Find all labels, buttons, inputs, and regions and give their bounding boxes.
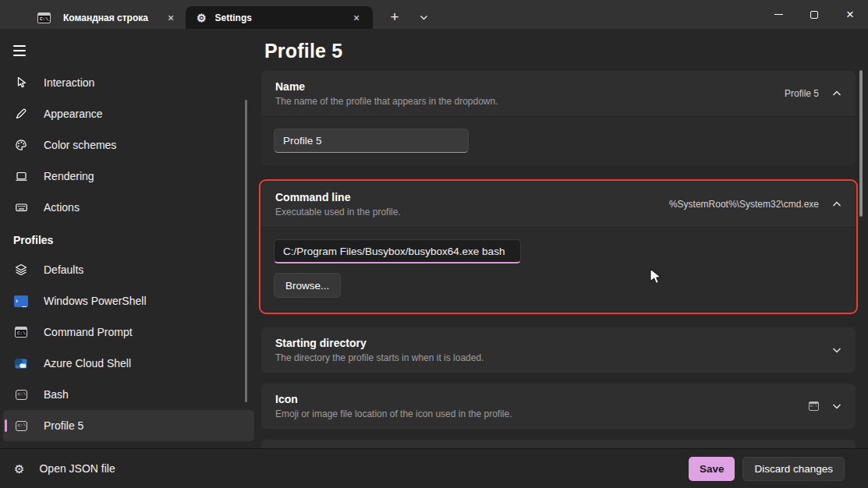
window-controls: ×: [760, 0, 868, 29]
tab-command-prompt[interactable]: C:\_ Командная строка ×: [9, 6, 186, 29]
setting-description: Emoji or image file location of the icon…: [275, 408, 809, 419]
tab-title-setting-card: Tab title: [261, 440, 856, 448]
selected-indicator: [5, 419, 7, 432]
page-title: Profile 5: [264, 40, 856, 62]
name-setting-card: Name The name of the profile that appear…: [261, 71, 856, 165]
command-line-expander-header[interactable]: Command line Executable used in the prof…: [261, 182, 856, 227]
sidebar-item-label: Color schemes: [44, 139, 116, 151]
tab-label: Settings: [215, 12, 348, 23]
command-line-input[interactable]: [274, 239, 521, 263]
name-expander-body: [261, 116, 856, 165]
icon-setting-card: Icon Emoji or image file location of the…: [261, 384, 856, 429]
cmd-window-icon: C:\_: [13, 327, 29, 338]
sidebar-item-label: Defaults: [44, 263, 83, 276]
setting-title: Name: [275, 80, 785, 93]
hamburger-menu-button[interactable]: [9, 37, 41, 64]
save-button[interactable]: Save: [689, 457, 735, 481]
interaction-cursor-icon: [13, 76, 29, 89]
sidebar-item-appearance[interactable]: Appearance: [3, 98, 254, 129]
setting-title: Icon: [275, 393, 809, 405]
setting-description: The name of the profile that appears in …: [275, 96, 785, 107]
cmd-window-icon: C:\_: [37, 12, 51, 23]
monitor-icon: [13, 170, 29, 182]
minimize-icon: [774, 14, 783, 15]
layers-icon: [13, 263, 29, 276]
sidebar-item-bash[interactable]: c:\ Bash: [3, 379, 254, 410]
tab-strip: C:\_ Командная строка × ⚙ Settings × +: [0, 0, 434, 29]
sidebar-item-label: Profile 5: [44, 419, 83, 432]
setting-current-value: Profile 5: [785, 88, 819, 99]
setting-current-value: %SystemRoot%\System32\cmd.exe: [669, 199, 819, 210]
sidebar-item-color-schemes[interactable]: Color schemes: [3, 129, 254, 161]
sidebar-item-label: Interaction: [44, 76, 94, 89]
chevron-up-icon: [832, 90, 841, 97]
sidebar-item-label: Windows PowerShell: [44, 295, 147, 307]
browse-button[interactable]: Browse...: [274, 273, 341, 298]
maximize-icon: [810, 11, 818, 19]
setting-description: The directory the profile starts in when…: [275, 352, 832, 363]
chevron-down-icon: [832, 403, 841, 409]
sidebar-item-rendering[interactable]: Rendering: [3, 161, 254, 192]
sidebar-item-label: Actions: [44, 201, 80, 214]
tab-close-icon[interactable]: ×: [348, 9, 365, 27]
profiles-section-header: Profiles: [13, 229, 257, 251]
open-json-file-label: Open JSON file: [39, 462, 115, 475]
tab-dropdown-button[interactable]: [413, 6, 434, 28]
setting-title: Starting directory: [275, 337, 832, 349]
windows-terminal-settings-window: { "titlebar": { "tabs": [ { "label": "Ко…: [0, 0, 868, 488]
sidebar-scrollbar[interactable]: [245, 100, 247, 402]
name-expander-header[interactable]: Name The name of the profile that appear…: [261, 71, 856, 116]
gear-icon: ⚙: [14, 463, 24, 475]
terminal-window-icon: c:\: [13, 390, 29, 400]
sidebar-item-label: Rendering: [44, 170, 94, 182]
open-json-file-button[interactable]: ⚙ Open JSON file: [9, 458, 120, 479]
command-line-setting-card: Command line Executable used in the prof…: [261, 182, 856, 312]
starting-directory-expander-header[interactable]: Starting directory The directory the pro…: [261, 327, 856, 373]
tab-label: Командная строка: [63, 12, 162, 23]
maximize-button[interactable]: [796, 0, 832, 29]
tab-close-icon[interactable]: ×: [162, 9, 179, 27]
starting-directory-setting-card: Starting directory The directory the pro…: [261, 327, 856, 373]
hamburger-icon: [13, 45, 26, 47]
palette-icon: [13, 139, 29, 151]
chevron-up-icon: [832, 201, 841, 207]
settings-nav-sidebar: Interaction Appearance Color schemes Ren…: [0, 29, 257, 448]
sidebar-item-azure-cloud-shell[interactable]: Azure Cloud Shell: [3, 348, 254, 379]
sidebar-item-label: Bash: [44, 388, 69, 401]
sidebar-item-label: Command Prompt: [44, 326, 133, 338]
new-tab-button[interactable]: +: [383, 6, 406, 28]
sidebar-item-label: Appearance: [44, 108, 103, 120]
tab-title-expander-header[interactable]: Tab title: [261, 440, 856, 448]
sidebar-item-command-prompt[interactable]: C:\_ Command Prompt: [3, 316, 254, 348]
footer-bar: ⚙ Open JSON file Save Discard changes: [0, 448, 868, 488]
paintbrush-icon: [13, 108, 29, 120]
titlebar: C:\_ Командная строка × ⚙ Settings × + ×: [0, 0, 868, 29]
command-line-expander-body: Browse...: [261, 227, 856, 312]
sidebar-item-label: Azure Cloud Shell: [44, 357, 131, 370]
setting-description: Executable used in the profile.: [275, 207, 669, 217]
azure-cloud-icon: [13, 359, 29, 369]
settings-main-panel: Profile 5 Name The name of the profile t…: [257, 29, 868, 448]
name-input[interactable]: [274, 129, 469, 153]
sidebar-item-interaction[interactable]: Interaction: [3, 67, 254, 98]
gear-icon: ⚙: [197, 12, 207, 23]
tab-settings[interactable]: ⚙ Settings ×: [186, 6, 373, 29]
setting-title: Command line: [275, 191, 669, 203]
chevron-down-icon: [832, 347, 841, 353]
sidebar-item-windows-powershell[interactable]: › Windows PowerShell: [3, 285, 254, 316]
content-scrollbar[interactable]: [859, 70, 863, 217]
close-button[interactable]: ×: [832, 0, 868, 29]
keyboard-icon: [13, 201, 29, 214]
sidebar-item-actions[interactable]: Actions: [3, 192, 254, 223]
minimize-button[interactable]: [760, 0, 796, 29]
sidebar-item-defaults[interactable]: Defaults: [3, 254, 254, 285]
powershell-icon: ›: [13, 295, 29, 307]
terminal-window-icon: c:\: [13, 421, 29, 431]
chevron-down-icon: [420, 15, 428, 20]
close-icon: ×: [846, 8, 854, 21]
current-profile-icon: c:\: [809, 401, 819, 411]
icon-expander-header[interactable]: Icon Emoji or image file location of the…: [261, 384, 856, 429]
sidebar-item-profile-5[interactable]: c:\ Profile 5: [3, 410, 254, 441]
discard-changes-button[interactable]: Discard changes: [742, 457, 845, 481]
